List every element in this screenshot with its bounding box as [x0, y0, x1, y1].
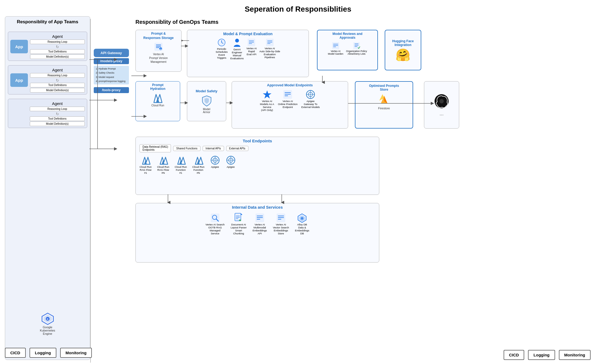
vertex-vector-label: Vertex AIVector SearchEmbeddingsStore: [273, 223, 289, 235]
apigee-external-item: Apigee: [226, 155, 236, 168]
apigee-gateway-item: ApigeeGateway ToExternal Models: [301, 89, 320, 112]
left-panel-title: Responsiblity of App Teams: [5, 17, 90, 27]
apigee-external-label: Apigee: [227, 165, 235, 168]
proxy-steps: 1) Hydrate Prompt 2) Safety Checks 3) Mo…: [94, 66, 129, 84]
model-reviews-box: Model Reviews andApprovals Vertex AIMode…: [317, 30, 378, 70]
apigee-internal-label: Apigee: [211, 165, 219, 168]
optimised-prompts-box: Optimised PromptsStore Firestore: [355, 81, 413, 129]
models-proxy[interactable]: /models-proxy: [94, 58, 129, 64]
vertex-star-icon: [262, 89, 272, 100]
shield-icon: [201, 95, 213, 107]
person-icon: [233, 38, 241, 48]
auto-eval-label: Vertex AIAuto Side-by-SideEvaluationPipe…: [259, 47, 280, 59]
model-safety-box: Model Safety ModelArmor: [187, 81, 226, 121]
model-definitions-3: Model Definition(s): [30, 122, 85, 126]
model-reviews-title: Model Reviews andApprovals: [318, 30, 377, 41]
model-eval-box: Model & Prompt Evaluation PeriodicSchedu…: [187, 30, 309, 77]
apigee-gateway-label: ApigeeGateway ToExternal Models: [301, 100, 320, 109]
gke-icon: K: [41, 312, 54, 326]
vertex-multimodal-icon: [255, 213, 265, 223]
apigee-gateway-icon: [305, 89, 316, 100]
refresh-icon-2: ↻: [30, 78, 85, 83]
svg-point-39: [439, 99, 444, 103]
agent-block-3: Agent Reasoning Loop ↻ Tool Definitions …: [8, 99, 87, 128]
refresh-icon-3: ↻: [30, 112, 85, 116]
cloud-run-fn-icon-n: [193, 155, 203, 165]
model-garden-item: Vertex AIModel Garden: [328, 42, 343, 55]
bottom-right-tools: CICD Logging Monitoring: [504, 350, 591, 360]
bottom-left-tools: CICD Logging Monitoring: [5, 348, 92, 358]
genops-title: Responsiblity of GenOps Teams: [135, 19, 593, 25]
hugging-face-box: Hugging FaceIntegration 🤗: [385, 30, 421, 70]
vertex-search-icon: [210, 213, 220, 223]
svg-rect-18: [266, 39, 274, 46]
vertex-multimodal-label: Vertex AIMultimodalEmbeddingsAPI: [252, 223, 267, 235]
cloud-run-fn-1: Cloud RunFunction#1: [175, 155, 187, 174]
genai-engineer-item: GenAIEngineerManualEvaluations: [230, 38, 244, 60]
tool-endpoints-box: Tool Endpoints Data Retrieval (RAG)Endpo…: [135, 137, 379, 195]
org-policy-label: Organization PolicyAllow/Deny Lists: [346, 50, 367, 55]
cloud-run-icon-1: [140, 155, 151, 165]
vertex-prediction-icon: [283, 89, 293, 100]
svg-rect-14: [248, 39, 255, 46]
apigee-external-icon: [226, 155, 236, 165]
optimised-prompts-title: Optimised PromptsStore: [369, 84, 399, 91]
vertex-garden-icon: [332, 42, 340, 50]
app-box-2: App: [10, 73, 28, 87]
rag-flow-1-label: Cloud RunRAG Flow#1: [140, 165, 152, 174]
app-box-1: App: [10, 40, 28, 53]
left-panel: Responsiblity of App Teams App Agent Rea…: [5, 16, 90, 360]
firestore-label: Firestore: [378, 107, 390, 110]
prompt-storage-box: Prompt &Responses Storage AI Vertex AIPr…: [135, 30, 182, 72]
document-ai-label: Document AILayout ParserSmartChunking: [231, 223, 247, 235]
cicd-left[interactable]: CICD: [5, 348, 26, 358]
firestore-icon: [378, 93, 390, 105]
internal-data-box: Internal Data and Services Vertex AI Sea…: [135, 203, 379, 263]
vertex-prediction-label: Vertex AIOnline PredictionEndpoint: [278, 100, 297, 109]
vertex-prompt-icon: AI: [153, 42, 164, 52]
periodic-schedules-item: PeriodicSchedulesEventTriggers: [216, 38, 228, 60]
tool-endpoint-items: Cloud RunRAG Flow#1 Cloud RunRAG Flow#N: [136, 153, 379, 176]
vertex-vector-item: Vertex AIVector SearchEmbeddingsStore: [273, 213, 289, 235]
cloud-run-fn-n: Cloud RunFunction#N: [192, 155, 205, 174]
approved-endpoints-items: Vertex AIModels As AService(API Only) Ve…: [232, 88, 348, 113]
vertex-multimodal-item: Vertex AIMultimodalEmbeddingsAPI: [252, 213, 267, 235]
monitoring-left[interactable]: Monitoring: [60, 348, 92, 358]
cloud-run-rag-1: Cloud RunRAG Flow#1: [140, 155, 152, 174]
genops-panel: Responsiblity of GenOps Teams Prompt &Re…: [133, 16, 593, 364]
tools-proxy[interactable]: /tools-proxy: [94, 87, 129, 93]
agent-title-1: Agent: [30, 34, 85, 39]
genai-engineer-label: GenAIEngineerManualEvaluations: [230, 48, 244, 60]
rag-flow-n-label: Cloud RunRAG Flow#N: [157, 165, 169, 174]
approved-endpoints-title: Approved Model Endpoints: [232, 81, 348, 88]
page-root: Seperation of Responsiblities Responsibl…: [0, 0, 596, 364]
cloud-run-hydration-icon: [151, 92, 165, 104]
openai-box: ...: [424, 81, 459, 129]
internal-apis-badge: Internal APIs: [203, 146, 224, 151]
model-definitions-2: Model Definition(s): [30, 88, 85, 93]
hugging-face-icon: 🤗: [396, 48, 410, 62]
logging-left[interactable]: Logging: [30, 348, 56, 358]
svg-point-71: [301, 217, 303, 220]
cicd-right[interactable]: CICD: [504, 350, 524, 360]
tool-definitions-1: Tool Definitions: [30, 49, 85, 54]
org-policy-item: Organization PolicyAllow/Deny Lists: [346, 42, 367, 55]
vertex-auto-icon: [265, 38, 274, 47]
vertex-rapid-icon: [247, 38, 256, 47]
agent-title-2: Agent: [30, 68, 85, 72]
shared-functions-badge: Shared Functions: [173, 146, 200, 151]
logging-right[interactable]: Logging: [528, 350, 555, 360]
svg-text:K: K: [47, 318, 48, 320]
page-title: Seperation of Responsiblities: [0, 0, 596, 16]
alloy-db-label: Alloy DBData &EmbeddingsDB: [295, 223, 309, 235]
model-eval-title: Model & Prompt Evaluation: [187, 30, 309, 37]
monitoring-right[interactable]: Monitoring: [559, 350, 591, 360]
internal-data-title: Internal Data and Services: [136, 203, 379, 211]
ellipsis-label: ...: [439, 111, 443, 117]
vertex-vector-icon: [276, 213, 286, 223]
vertex-search-item: Vertex AI SearchOOTB RAGManagedService: [205, 213, 225, 235]
model-safety-title: Model Safety: [196, 89, 217, 93]
document-ai-item: Document AILayout ParserSmartChunking: [231, 213, 247, 235]
api-gateway-section: API Gateway /models-proxy 1) Hydrate Pro…: [91, 16, 130, 364]
vertex-star-item: Vertex AIModels As AService(API Only): [260, 89, 274, 112]
